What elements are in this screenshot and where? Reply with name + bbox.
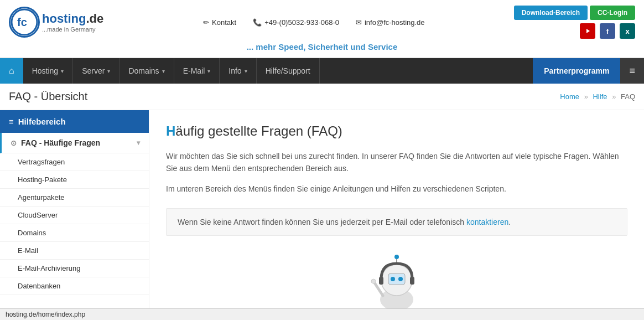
robot-illustration	[361, 247, 433, 313]
svg-point-8	[398, 277, 403, 281]
contact-link-text[interactable]: kontaktieren	[466, 218, 508, 226]
nav-hosting-label: Hosting	[32, 66, 58, 75]
logo-icon: fc	[9, 7, 40, 38]
nav-item-info[interactable]: Info ▾	[220, 58, 256, 84]
cclogin-button[interactable]: CC-Login	[590, 6, 635, 20]
social-icons: f x	[580, 23, 635, 39]
header-wrapper: fc hosting.de ...made in Germany ✏ Konta…	[0, 0, 644, 58]
sidebar-subitem-cloudserver[interactable]: CloudServer	[0, 207, 149, 224]
breadcrumb-row: FAQ - Übersicht Home » Hilfe » FAQ	[0, 84, 644, 110]
top-contacts: ✏ Kontakt 📞 +49-(0)5032-933-068-0 ✉ info…	[203, 18, 424, 27]
faq-contact-box: Wenn Sie keine Antwort finden können Sie…	[166, 208, 627, 236]
faq-title-rest: äufig gestellte Fragen (FAQ)	[175, 123, 342, 139]
faq-heading: Häufig gestellte Fragen (FAQ)	[166, 123, 627, 139]
sidebar-subitem-datenbanken[interactable]: Datenbanken	[0, 277, 149, 295]
svg-point-14	[371, 279, 376, 283]
status-url: hosting.de/home/index.php	[6, 311, 85, 318]
logo-tagline: ...made in Germany	[42, 26, 103, 33]
contact-box-end: .	[508, 218, 511, 226]
faq-desc2: Im unteren Bereich des Menüs finden Sie …	[166, 183, 627, 195]
status-bar: hosting.de/home/index.php	[0, 308, 644, 320]
breadcrumb-hilfe[interactable]: Hilfe	[593, 92, 607, 101]
contact-link[interactable]: ✏ Kontakt	[203, 18, 236, 27]
header-top-right: Download-Bereich CC-Login f x	[514, 6, 635, 39]
robot-area	[166, 247, 627, 313]
nav-server-label: Server	[82, 66, 105, 75]
nav-partnerprogramm-button[interactable]: Partnerprogramm	[533, 58, 620, 84]
sidebar: ≡ Hilfebereich ⊙ FAQ - Häufige Fragen ▾ …	[0, 110, 149, 320]
breadcrumb-faq: FAQ	[621, 92, 635, 101]
sidebar-subitem-agenturpakete[interactable]: Agenturpakete	[0, 189, 149, 207]
breadcrumb-home[interactable]: Home	[560, 92, 579, 101]
content-area: Häufig gestellte Fragen (FAQ) Wir möchte…	[149, 110, 644, 320]
page-title: FAQ - Übersicht	[9, 90, 87, 103]
facebook-icon[interactable]: f	[600, 23, 615, 39]
svg-point-7	[391, 277, 395, 281]
svg-rect-11	[379, 277, 383, 285]
nav-domains-arrow: ▾	[162, 68, 165, 74]
logo-domain-text: .de	[86, 12, 103, 25]
nav-server-arrow: ▾	[107, 68, 110, 74]
sidebar-header-icon: ≡	[9, 117, 14, 126]
tagline-text: ... mehr Speed, Sicherheit und Service	[247, 42, 398, 51]
contact-box-text: Wenn Sie keine Antwort finden können Sie…	[178, 218, 466, 226]
nav-hosting-arrow: ▾	[61, 68, 64, 74]
partnerprogramm-label: Partnerprogramm	[544, 66, 609, 75]
nav-email-label: E-Mail	[183, 66, 205, 75]
svg-text:fc: fc	[17, 16, 27, 28]
nav-email-arrow: ▾	[207, 68, 210, 74]
sidebar-subitem-email[interactable]: E-Mail	[0, 242, 149, 260]
breadcrumb: Home » Hilfe » FAQ	[560, 92, 635, 101]
pencil-icon: ✏	[203, 18, 209, 27]
nav-item-server[interactable]: Server ▾	[73, 58, 120, 84]
email-icon: ✉	[356, 18, 362, 27]
nav-item-domains[interactable]: Domains ▾	[120, 58, 174, 84]
sidebar-subitem-email-archivierung[interactable]: E-Mail-Archivierung	[0, 260, 149, 277]
nav-home-button[interactable]: ⌂	[0, 58, 23, 84]
nav-item-hilfe[interactable]: Hilfe/Support	[257, 58, 320, 84]
email-link[interactable]: ✉ info@fc-hosting.de	[356, 18, 425, 27]
logo-hosting-text: hosting	[42, 12, 86, 25]
svg-rect-12	[410, 277, 414, 285]
sidebar-header-label: Hilfebereich	[18, 117, 66, 126]
svg-point-10	[394, 255, 399, 259]
hamburger-icon: ≡	[629, 65, 635, 77]
faq-item-icon: ⊙	[11, 139, 17, 147]
nav-hilfe-label: Hilfe/Support	[266, 66, 310, 75]
nav-menu-button[interactable]: ≡	[620, 58, 644, 84]
breadcrumb-sep1: »	[584, 92, 588, 101]
logo-area: fc hosting.de ...made in Germany	[9, 7, 114, 38]
xing-icon[interactable]: x	[620, 23, 635, 39]
sidebar-item-faq[interactable]: ⊙ FAQ - Häufige Fragen ▾	[0, 133, 149, 153]
breadcrumb-sep2: »	[612, 92, 616, 101]
logo[interactable]: fc hosting.de ...made in Germany	[9, 7, 103, 38]
sidebar-header: ≡ Hilfebereich	[0, 110, 149, 133]
tagline-row: ... mehr Speed, Sicherheit und Service	[0, 39, 644, 57]
nav-domains-label: Domains	[128, 66, 159, 75]
nav-item-email[interactable]: E-Mail ▾	[174, 58, 220, 84]
youtube-icon[interactable]	[580, 23, 595, 39]
sidebar-subitem-domains[interactable]: Domains	[0, 224, 149, 242]
header-buttons-row: Download-Bereich CC-Login	[514, 6, 635, 20]
faq-title-h: H	[166, 123, 175, 139]
faq-item-arrow: ▾	[137, 139, 140, 147]
phone-icon: 📞	[253, 18, 262, 27]
navbar: ⌂ Hosting ▾ Server ▾ Domains ▾ E-Mail ▾ …	[0, 58, 644, 84]
logo-text: hosting.de ...made in Germany	[42, 12, 103, 33]
header-top: fc hosting.de ...made in Germany ✏ Konta…	[0, 0, 644, 39]
nav-item-hosting[interactable]: Hosting ▾	[23, 58, 73, 84]
nav-info-arrow: ▾	[245, 68, 247, 74]
download-button[interactable]: Download-Bereich	[514, 6, 588, 20]
nav-info-label: Info	[228, 66, 241, 75]
home-icon: ⌂	[9, 66, 14, 76]
faq-item-label: FAQ - Häufige Fragen	[21, 138, 100, 147]
phone-link[interactable]: 📞 +49-(0)5032-933-068-0	[253, 18, 339, 27]
faq-desc1: Wir möchten das Sie sich schnell bei uns…	[166, 150, 627, 175]
main-content: ≡ Hilfebereich ⊙ FAQ - Häufige Fragen ▾ …	[0, 110, 644, 320]
sidebar-subitem-hosting-pakete[interactable]: Hosting-Pakete	[0, 171, 149, 189]
sidebar-subitem-vertragsfragen[interactable]: Vertragsfragen	[0, 153, 149, 171]
